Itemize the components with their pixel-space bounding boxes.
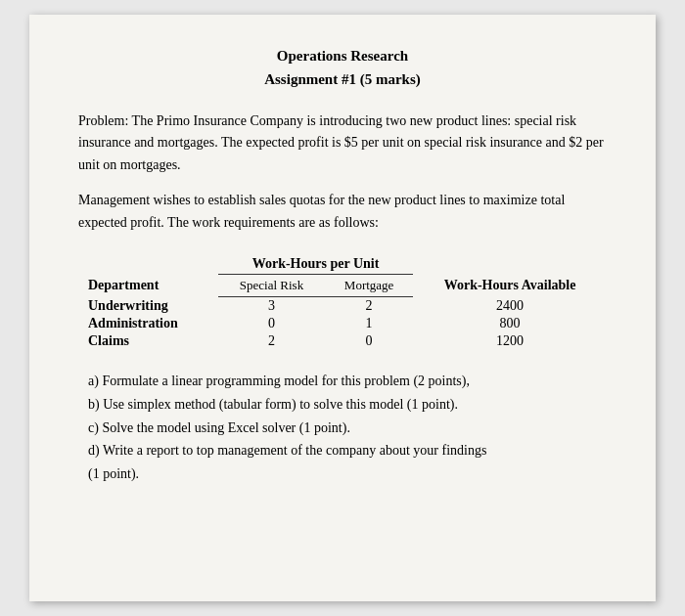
work-hours-per-unit-header: Work-Hours per Unit [218,253,413,275]
question-b: b) Use simplex method (tabular form) to … [88,393,607,417]
claims-mortgage: 0 [325,332,413,350]
underwriting-mortgage: 2 [325,296,413,315]
title-section: Operations Research Assignment #1 (5 mar… [78,44,607,91]
question-d: d) Write a report to top management of t… [88,439,607,462]
table-section: Department Work-Hours per Unit Work-Hour… [78,253,607,350]
dept-claims: Claims [78,332,218,350]
table-row: Administration 0 1 800 [78,315,607,332]
question-a: a) Formulate a linear programming model … [88,370,607,393]
work-hours-available-header: Work-Hours Available [413,253,607,297]
mortgage-subheader: Mortgage [325,274,413,296]
page: Operations Research Assignment #1 (5 mar… [29,15,656,601]
work-hours-table: Department Work-Hours per Unit Work-Hour… [78,253,607,350]
dept-column-header: Department [78,253,218,297]
problem-paragraph2: Management wishes to establish sales quo… [78,190,607,234]
table-row: Claims 2 0 1200 [78,332,607,350]
dept-underwriting: Underwriting [78,296,218,315]
claims-available: 1200 [413,332,607,350]
special-risk-subheader: Special Risk [218,274,325,296]
title-line2: Assignment #1 (5 marks) [78,67,607,91]
question-d-continued: (1 point). [88,462,607,486]
title-line1: Operations Research [78,44,607,67]
underwriting-special-risk: 3 [218,296,325,315]
underwriting-available: 2400 [413,296,607,315]
question-c: c) Solve the model using Excel solver (1… [88,417,607,440]
questions-section: a) Formulate a linear programming model … [78,370,607,486]
problem-paragraph1: Problem: The Primo Insurance Company is … [78,110,607,176]
administration-special-risk: 0 [218,315,325,332]
dept-administration: Administration [78,315,218,332]
claims-special-risk: 2 [218,332,325,350]
administration-available: 800 [413,315,607,332]
administration-mortgage: 1 [325,315,413,332]
table-row: Underwriting 3 2 2400 [78,296,607,315]
